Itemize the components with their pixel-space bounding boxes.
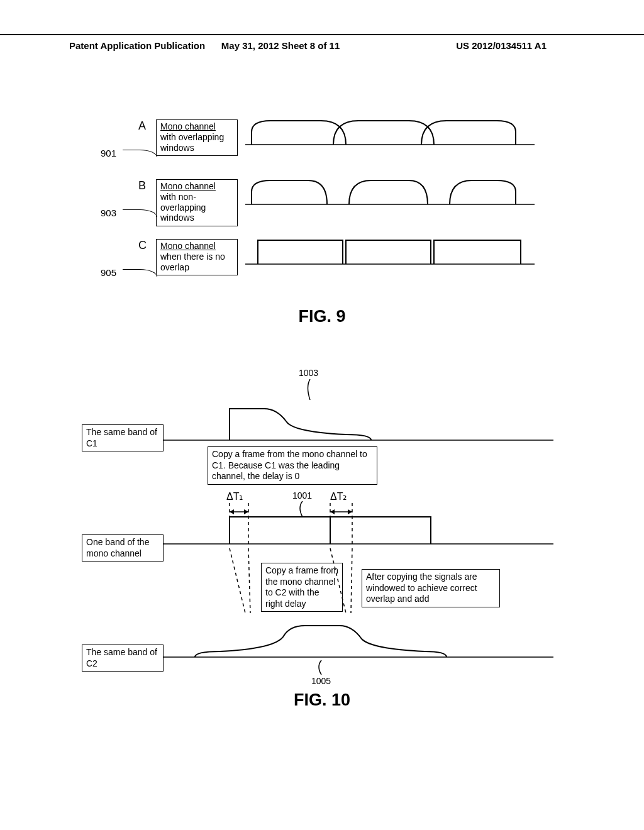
header-center: May 31, 2012 Sheet 8 of 11 bbox=[221, 40, 340, 51]
label-underline: Mono channel bbox=[160, 181, 216, 191]
fig9-row-a: A Mono channel with overlapping windows … bbox=[101, 119, 553, 179]
leader-line bbox=[123, 269, 157, 277]
svg-marker-7 bbox=[244, 509, 248, 514]
page: Patent Application Publication May 31, 2… bbox=[0, 0, 644, 830]
fig10-note-c2: Copy a frame from the mono channel to C2… bbox=[261, 563, 343, 612]
fig9-row-b: B Mono channel with non-overlapping wind… bbox=[101, 179, 553, 239]
fig9-label-c: Mono channel when there is no overlap bbox=[156, 239, 238, 275]
fig9-row-c: C Mono channel when there is no overlap … bbox=[101, 239, 553, 292]
ref-1003: 1003 bbox=[299, 368, 318, 379]
leader-1003 bbox=[306, 379, 314, 402]
label-rest: with non-overlapping windows bbox=[160, 192, 206, 223]
c2-band bbox=[164, 616, 553, 663]
fig10-label-mono: One band of the mono channel bbox=[82, 534, 164, 562]
fig10-note-c1: Copy a frame from the mono channel to C1… bbox=[208, 446, 377, 485]
label-underline: Mono channel bbox=[160, 121, 216, 131]
fig10-title: FIG. 10 bbox=[294, 690, 350, 710]
fig10-label-c2: The same band of C2 bbox=[82, 645, 164, 672]
fig9-title: FIG. 9 bbox=[298, 307, 345, 326]
ref-901: 901 bbox=[101, 148, 116, 158]
fig9-label-a: Mono channel with overlapping windows bbox=[156, 119, 238, 156]
row-letter: B bbox=[138, 179, 146, 192]
fig10-label-c1: The same band of C1 bbox=[82, 424, 164, 451]
ref-1001: 1001 bbox=[292, 490, 312, 501]
figure-9: A Mono channel with overlapping windows … bbox=[101, 119, 553, 292]
header-right: US 2012/0134511 A1 bbox=[456, 40, 547, 51]
label-underline: Mono channel bbox=[160, 241, 216, 251]
header-left: Patent Application Publication bbox=[69, 40, 205, 51]
ref-903: 903 bbox=[101, 208, 116, 218]
wave-nonoverlapping bbox=[245, 173, 535, 211]
wave-rect bbox=[245, 233, 535, 270]
fig9-label-b: Mono channel with non-overlapping window… bbox=[156, 179, 238, 226]
ref-905: 905 bbox=[101, 267, 116, 278]
wave-overlapping bbox=[245, 113, 535, 151]
svg-marker-10 bbox=[348, 509, 352, 514]
svg-marker-9 bbox=[330, 509, 335, 514]
svg-line-15 bbox=[230, 548, 245, 613]
ref-1005: 1005 bbox=[311, 676, 331, 687]
leader-1005 bbox=[316, 660, 326, 677]
row-letter: C bbox=[138, 239, 147, 252]
svg-marker-6 bbox=[230, 509, 234, 514]
delta-t2: ΔT₂ bbox=[330, 490, 347, 502]
fig10-note-post: After copying the signals are windowed t… bbox=[362, 569, 500, 607]
leader-line bbox=[123, 209, 157, 217]
svg-line-18 bbox=[351, 548, 352, 613]
row-letter: A bbox=[138, 119, 146, 133]
label-rest: with overlapping windows bbox=[160, 132, 224, 153]
svg-line-16 bbox=[248, 548, 250, 613]
page-header: Patent Application Publication May 31, 2… bbox=[0, 34, 644, 51]
leader-line bbox=[123, 150, 157, 157]
delta-t1: ΔT₁ bbox=[226, 490, 243, 502]
label-rest: when there is no overlap bbox=[160, 252, 225, 272]
c1-band bbox=[164, 399, 553, 443]
